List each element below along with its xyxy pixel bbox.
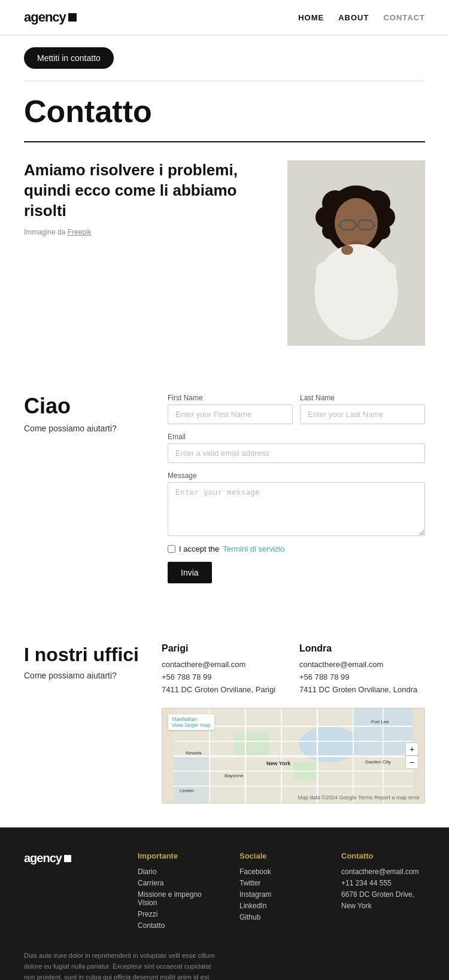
contact-button[interactable]: Mettiti in contatto [24, 47, 114, 69]
footer-logo-icon [64, 855, 71, 862]
navbar: agency HOME ABOUT CONTACT [0, 0, 449, 35]
footer-item-instagram[interactable]: Instagram [239, 890, 323, 899]
logo[interactable]: agency [24, 10, 77, 25]
footer-col-importante: Importante Diario Carriera Missione e im… [138, 851, 222, 933]
nav-contact[interactable]: CONTACT [383, 13, 425, 22]
footer-col-contatto: Contatto contacthere@email.com +11 234 4… [341, 851, 425, 933]
terms-link[interactable]: Termini di servizio [223, 544, 284, 553]
terms-text: I accept the [179, 544, 219, 553]
hero-heading: Amiamo risolvere i problemi, quindi ecco… [24, 160, 269, 221]
svg-rect-17 [316, 262, 333, 310]
map-credits: Map data ©2024 Google Terms Report a map… [298, 795, 420, 801]
submit-button[interactable]: Invia [168, 562, 212, 583]
office-london: Londra contacthere@email.com +56 788 78 … [299, 643, 425, 696]
form-title: Ciao [24, 394, 144, 419]
email-label: Email [168, 433, 425, 441]
footer: agency Importante Diario Carriera Missio… [0, 827, 449, 980]
paris-phone: +56 788 78 99 [162, 671, 287, 684]
page-title: Contatto [24, 93, 425, 142]
terms-checkbox[interactable] [168, 545, 175, 553]
email-input[interactable] [168, 443, 425, 463]
last-name-group: Last Name [300, 394, 425, 424]
footer-item-linkedin[interactable]: LinkedIn [239, 902, 323, 910]
svg-rect-22 [174, 756, 210, 804]
footer-col-sociale: Sociale Facebook Twitter Instagram Linke… [239, 851, 323, 933]
logo-text: agency [24, 10, 66, 25]
footer-item-carriera[interactable]: Carriera [138, 879, 222, 887]
office-paris: Parigi contacthere@email.com +56 788 78 … [162, 643, 287, 696]
form-row-name: First Name Last Name [168, 394, 425, 424]
offices-left: I nostri uffici Come possiamo aiutarti? [24, 643, 144, 804]
svg-rect-24 [233, 732, 269, 756]
footer-body-text: Duis aute irure dolor in reprehenderit i… [24, 951, 216, 980]
footer-col-importante-list: Diario Carriera Missione e impegno Visio… [138, 868, 222, 930]
freepik-link[interactable]: Freepik [68, 228, 92, 236]
first-name-label: First Name [168, 394, 293, 402]
svg-text:Fort Lee: Fort Lee [371, 719, 389, 725]
footer-col-sociale-title: Sociale [239, 851, 323, 860]
footer-col-contatto-list: contacthere@email.com +11 234 44 555 667… [341, 868, 425, 910]
footer-item-diario[interactable]: Diario [138, 868, 222, 876]
svg-rect-18 [380, 262, 396, 310]
image-credit: Immagine da Freepik [24, 228, 269, 236]
hero-section: Contatto Amiamo risolvere i problemi, qu… [0, 81, 449, 370]
footer-item-twitter[interactable]: Twitter [239, 879, 323, 887]
terms-row: I accept the Termini di servizio [168, 544, 425, 553]
footer-item-prezzi[interactable]: Prezzi [138, 910, 222, 918]
london-title: Londra [299, 643, 425, 654]
contact-btn-wrap: Mettiti in contatto [0, 35, 449, 81]
footer-item-github[interactable]: Github [239, 913, 323, 921]
footer-col-sociale-list: Facebook Twitter Instagram LinkedIn Gith… [239, 868, 323, 921]
message-label: Message [168, 471, 425, 480]
map-container[interactable]: New York Newark Fort Lee Garden City Lin… [162, 708, 425, 804]
london-phone: +56 788 78 99 [299, 671, 425, 684]
london-email: contacthere@email.com [299, 659, 425, 671]
message-group: Message [168, 471, 425, 536]
form-section: Ciao Come possiamo aiutarti? First Name … [0, 370, 449, 619]
zoom-in-button[interactable]: + [405, 742, 418, 756]
offices-right: Parigi contacthere@email.com +56 788 78 … [162, 643, 425, 804]
form-subtitle: Come possiamo aiutarti? [24, 424, 144, 433]
first-name-group: First Name [168, 394, 293, 424]
last-name-input[interactable] [300, 404, 425, 424]
hero-illustration [287, 160, 425, 346]
svg-point-19 [341, 245, 353, 255]
nav-links: HOME ABOUT CONTACT [298, 13, 425, 22]
svg-text:Bayonne: Bayonne [224, 773, 244, 778]
london-address: 7411 DC Groten Orviliane, Londra [299, 684, 425, 696]
logo-icon [68, 13, 77, 22]
email-group: Email [168, 433, 425, 463]
offices-subtitle: Come possiamo aiutarti? [24, 671, 144, 680]
hero-image [287, 160, 425, 346]
zoom-out-button[interactable]: − [405, 756, 418, 769]
footer-item-contatto[interactable]: Contatto [138, 921, 222, 930]
form-right: First Name Last Name Email Message I acc… [168, 394, 425, 583]
svg-text:New York: New York [266, 760, 291, 766]
footer-item-missione[interactable]: Missione e impegno Vision [138, 890, 222, 907]
offices-cols: Parigi contacthere@email.com +56 788 78 … [162, 643, 425, 696]
last-name-label: Last Name [300, 394, 425, 402]
footer-logo[interactable]: agency [24, 851, 120, 865]
paris-address: 7411 DC Groten Orviliane, Parigi [162, 684, 287, 696]
map-zoom: + − [405, 742, 418, 769]
footer-item-facebook[interactable]: Facebook [239, 868, 323, 876]
offices-title: I nostri uffici [24, 643, 144, 666]
first-name-input[interactable] [168, 404, 293, 424]
footer-top: agency Importante Diario Carriera Missio… [24, 851, 425, 933]
svg-text:Newark: Newark [186, 750, 202, 756]
map-label: Manhattan View larger map [168, 714, 214, 730]
map-city: Manhattan [172, 716, 211, 722]
footer-logo-col: agency [24, 851, 120, 933]
footer-col-contatto-title: Contatto [341, 851, 425, 860]
footer-contact-address1: 6678 DC Groten Drive, [341, 890, 425, 899]
footer-contact-email: contacthere@email.com [341, 868, 425, 876]
map-link[interactable]: View larger map [172, 722, 211, 728]
nav-about[interactable]: ABOUT [338, 13, 369, 22]
message-input[interactable] [168, 482, 425, 536]
svg-text:Garden City: Garden City [365, 759, 391, 765]
paris-title: Parigi [162, 643, 287, 654]
nav-home[interactable]: HOME [298, 13, 324, 22]
footer-contact-phone: +11 234 44 555 [341, 879, 425, 887]
offices-section: I nostri uffici Come possiamo aiutarti? … [0, 619, 449, 827]
hero-content: Amiamo risolvere i problemi, quindi ecco… [24, 160, 425, 346]
